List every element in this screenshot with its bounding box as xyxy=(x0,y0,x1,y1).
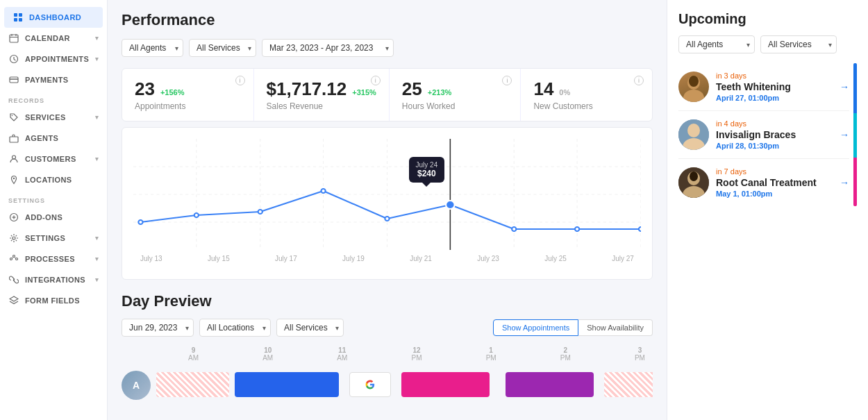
calendar-icon xyxy=(8,33,19,44)
chevron-icon: ▾ xyxy=(95,35,99,42)
sidebar-item-locations[interactable]: LOCATIONS xyxy=(0,169,107,190)
block-purple[interactable] xyxy=(506,372,594,397)
upcoming-service-0: Teeth Whitening xyxy=(716,81,833,92)
sidebar-item-addons[interactable]: ADD-ONS xyxy=(0,207,107,228)
sidebar-label-processes: PROCESSES xyxy=(25,255,75,263)
time-slot-9: 9AM xyxy=(156,346,231,362)
performance-title: Performance xyxy=(122,11,653,29)
x-label-3: July 19 xyxy=(342,255,365,262)
upcoming-title: Upcoming xyxy=(678,11,857,27)
svg-point-41 xyxy=(321,189,325,193)
sidebar-label-services: SERVICES xyxy=(25,113,66,121)
agent-filter-wrap: All Agents xyxy=(122,39,183,57)
sidebar-item-integrations[interactable]: INTEGRATIONS ▾ xyxy=(0,269,107,290)
timeline-container: 9AM 10AM 11AM 12PM 1PM 2PM 3PM A xyxy=(122,346,653,404)
block-pink[interactable] xyxy=(401,372,490,397)
sidebar: DASHBOARD CALENDAR ▾ APPOINTMENTS ▾ xyxy=(0,0,108,420)
sidebar-item-customers[interactable]: CUSTOMERS ▾ xyxy=(0,149,107,169)
stat-appointments-label: Appointments xyxy=(135,101,241,111)
service-preview-filter[interactable]: All Services xyxy=(276,319,344,337)
sidebar-item-processes[interactable]: PROCESSES ▾ xyxy=(0,249,107,269)
day-preview-title: Day Preview xyxy=(122,292,653,310)
sidebar-label-payments: PAYMENTS xyxy=(25,76,69,84)
sidebar-label-locations: LOCATIONS xyxy=(25,176,72,184)
performance-chart[interactable]: July 24 $240 xyxy=(122,127,653,280)
location-filter[interactable]: All Locations xyxy=(199,319,271,337)
svg-point-51 xyxy=(687,124,700,137)
upcoming-arrow-2[interactable]: → xyxy=(840,177,849,188)
sidebar-item-agents[interactable]: AGENTS xyxy=(0,128,107,149)
upcoming-items-container: in 3 days Teeth Whitening April 27, 01:0… xyxy=(678,63,857,206)
upcoming-item-2: in 7 days Root Canal Treatment May 1, 01… xyxy=(678,159,849,206)
suitcase-icon xyxy=(8,133,19,144)
svg-point-13 xyxy=(12,115,13,117)
date-preview-filter[interactable]: Jun 29, 2023 xyxy=(122,319,194,337)
timeline-blocks xyxy=(156,372,653,398)
upcoming-item-1: in 4 days Invisalign Braces April 28, 01… xyxy=(678,111,849,159)
sidebar-item-payments[interactable]: PAYMENTS xyxy=(0,69,107,90)
stat-customers: i 14 0% New Customers xyxy=(521,69,652,121)
upcoming-items-list: in 3 days Teeth Whitening April 27, 01:0… xyxy=(678,63,849,206)
block-striped-left[interactable] xyxy=(156,372,229,397)
svg-point-20 xyxy=(12,237,15,240)
svg-rect-0 xyxy=(14,13,17,17)
upcoming-avatar-1 xyxy=(678,119,709,150)
stat-info-icon[interactable]: i xyxy=(371,76,381,85)
sidebar-item-settings[interactable]: SETTINGS ▾ xyxy=(0,228,107,249)
show-appointments-button[interactable]: Show Appointments xyxy=(493,319,578,336)
upcoming-time-0: April 27, 01:00pm xyxy=(716,94,833,102)
upcoming-agent-filter[interactable]: All Agents xyxy=(678,35,755,53)
plus-circle-icon xyxy=(8,212,19,223)
link-icon xyxy=(8,274,19,285)
show-availability-button[interactable]: Show Availability xyxy=(578,319,653,336)
sidebar-item-form-fields[interactable]: FORM FIELDS xyxy=(0,290,107,311)
stat-info-icon[interactable]: i xyxy=(502,76,512,85)
stat-hours-label: Hours Worked xyxy=(402,101,508,111)
sidebar-item-services[interactable]: SERVICES ▾ xyxy=(0,107,107,128)
block-google[interactable] xyxy=(349,372,391,397)
sidebar-label-calendar: CALENDAR xyxy=(25,34,70,42)
sidebar-item-dashboard[interactable]: DASHBOARD xyxy=(4,7,103,28)
upcoming-arrow-1[interactable]: → xyxy=(840,129,849,140)
service-filter[interactable]: All Services xyxy=(189,39,256,57)
sidebar-item-appointments[interactable]: APPOINTMENTS ▾ xyxy=(0,49,107,69)
time-slot-2: 2PM xyxy=(528,346,603,362)
sidebar-label-agents: AGENTS xyxy=(25,134,58,142)
upcoming-arrow-0[interactable]: → xyxy=(840,81,849,92)
time-slot-1: 1PM xyxy=(454,346,528,362)
stat-info-icon[interactable]: i xyxy=(634,76,644,85)
timeline-header: 9AM 10AM 11AM 12PM 1PM 2PM 3PM xyxy=(122,346,653,362)
x-label-1: July 15 xyxy=(208,255,230,262)
block-blue[interactable] xyxy=(235,372,339,397)
stat-revenue-change: +315% xyxy=(352,88,376,96)
date-filter[interactable]: Mar 23, 2023 - Apr 23, 2023 xyxy=(262,39,394,57)
block-striped-right[interactable] xyxy=(604,372,653,397)
stat-hours-change: +213% xyxy=(428,88,452,96)
stat-info-icon[interactable]: i xyxy=(235,76,245,85)
time-slot-3: 3PM xyxy=(603,346,653,362)
agent-filter[interactable]: All Agents xyxy=(122,39,183,57)
upcoming-service-wrap: All Services xyxy=(760,35,837,53)
upcoming-wrapper: Upcoming All Agents All Services xyxy=(667,0,868,420)
svg-line-10 xyxy=(14,60,16,61)
time-slot-11: 11AM xyxy=(305,346,379,362)
sidebar-label-addons: ADD-ONS xyxy=(25,213,62,221)
sidebar-label-settings: SETTINGS xyxy=(25,234,65,242)
stat-appointments-change: +156% xyxy=(160,88,185,96)
svg-point-46 xyxy=(639,227,641,231)
date-preview-wrap: Jun 29, 2023 xyxy=(122,319,194,337)
records-section-label: RECORDS xyxy=(0,90,107,107)
svg-rect-1 xyxy=(19,13,22,17)
svg-point-44 xyxy=(512,227,516,231)
svg-point-48 xyxy=(683,90,704,102)
sidebar-item-calendar[interactable]: CALENDAR ▾ xyxy=(0,28,107,49)
stat-customers-change: 0% xyxy=(559,88,570,96)
day-preview-actions: Show Appointments Show Availability xyxy=(493,319,653,336)
layers-icon xyxy=(8,295,19,306)
sidebar-label-form-fields: FORM FIELDS xyxy=(25,296,80,305)
upcoming-service-filter[interactable]: All Services xyxy=(760,35,837,53)
chevron-icon: ▾ xyxy=(95,255,99,262)
x-label-5: July 23 xyxy=(477,255,499,262)
upcoming-panel: Upcoming All Agents All Services xyxy=(667,0,868,420)
x-label-7: July 27 xyxy=(612,255,634,262)
